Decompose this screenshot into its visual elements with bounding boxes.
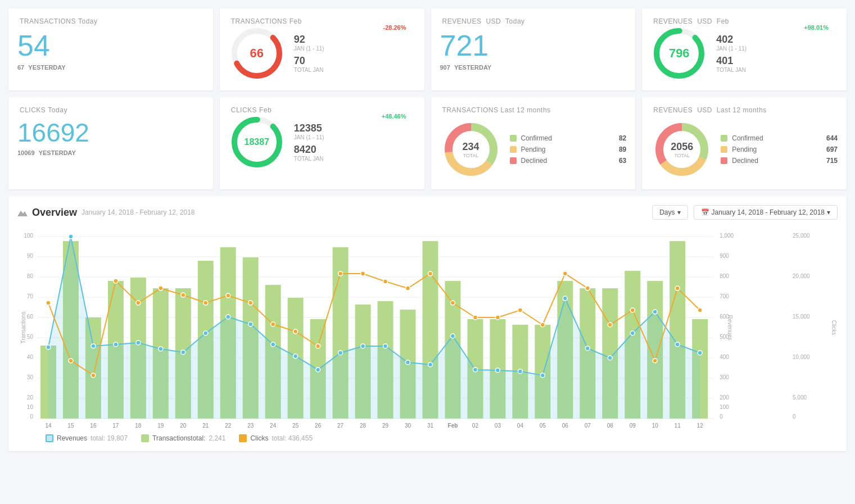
calendar-button[interactable]: 📅 January 14, 2018 - February 12, 2018 ▾ [694, 205, 838, 220]
card-title: TRANSACTIONSLast 12 months [440, 106, 627, 114]
svg-point-141 [563, 271, 567, 276]
svg-text:90: 90 [27, 253, 34, 259]
main-chart-svg: 100 90 80 70 60 50 40 30 20 10 0 Transac… [17, 226, 838, 429]
transactions-feb-card: TRANSACTIONSFeb -28.26% 66 92 [220, 8, 424, 90]
svg-text:10: 10 [652, 423, 659, 429]
svg-text:5,000: 5,000 [793, 394, 807, 401]
svg-text:20: 20 [180, 423, 187, 429]
svg-point-104 [406, 360, 410, 365]
gauge-value: 796 [669, 46, 690, 61]
transactions-legend-item: Transactionstotal: 2,241 [141, 434, 225, 442]
overview-title: Overview January 14, 2018 - February 12,… [17, 207, 195, 219]
svg-text:Revenues: Revenues [727, 315, 733, 340]
svg-point-106 [450, 334, 455, 338]
svg-text:50: 50 [27, 334, 34, 340]
transactions-12m-card: TRANSACTIONSLast 12 months [431, 97, 636, 189]
chart-legend: Revenues total: 19,807 Transactionstotal… [17, 434, 838, 442]
svg-point-101 [338, 351, 343, 355]
overview-section: Overview January 14, 2018 - February 12,… [8, 196, 847, 451]
svg-text:700: 700 [720, 293, 729, 299]
svg-point-100 [316, 367, 320, 372]
card-title: TRANSACTIONSToday [17, 17, 204, 25]
card-title: CLICKSToday [17, 106, 204, 114]
transactions-legend-color [141, 434, 149, 442]
svg-text:03: 03 [495, 423, 501, 429]
svg-point-146 [675, 286, 680, 290]
svg-text:15: 15 [67, 423, 74, 429]
donut-center: 234 TOTAL [462, 141, 479, 158]
gauge-value: 18387 [245, 137, 270, 147]
svg-text:900: 900 [720, 253, 729, 259]
svg-point-127 [248, 301, 253, 305]
donut-section: 234 TOTAL Confirmed 82 Pending 89 [440, 119, 627, 180]
svg-text:31: 31 [427, 423, 434, 429]
svg-text:26: 26 [315, 423, 322, 429]
svg-point-119 [69, 358, 73, 363]
revenues-legend-item: Revenues total: 19,807 [46, 434, 128, 442]
svg-point-125 [203, 301, 208, 305]
svg-text:30: 30 [27, 374, 34, 380]
transactions-legend-total: 2,241 [209, 434, 225, 442]
yesterday-stat: 907 YESTERDAY [440, 64, 627, 71]
svg-text:06: 06 [562, 423, 569, 429]
svg-point-145 [653, 358, 657, 363]
yesterday-stat: 67 YESTERDAY [17, 64, 204, 71]
svg-text:25: 25 [292, 423, 299, 429]
svg-text:12: 12 [697, 423, 704, 429]
svg-point-95 [203, 331, 208, 335]
svg-text:100: 100 [720, 404, 729, 410]
svg-text:16: 16 [90, 423, 97, 429]
svg-text:Clicks: Clicks [831, 320, 837, 335]
big-number: 16692 [17, 119, 204, 147]
big-number: 54 [17, 30, 204, 62]
svg-text:0: 0 [793, 414, 796, 420]
svg-point-110 [540, 373, 545, 378]
svg-text:28: 28 [360, 423, 367, 429]
svg-text:02: 02 [472, 423, 479, 429]
gauge-chart: 18387 [229, 114, 285, 170]
change-badge: +98.01% [800, 23, 832, 32]
days-button[interactable]: Days ▾ [652, 205, 687, 220]
svg-point-132 [361, 271, 365, 276]
svg-text:08: 08 [607, 423, 614, 429]
revenues-today-card: REVENUES USD Today 721 907 YESTERDAY [431, 8, 636, 90]
revenues-12m-card: REVENUES USD Last 12 months [642, 97, 847, 189]
svg-text:21: 21 [202, 423, 209, 429]
gauge-section: 66 92 JAN (1 - 11) 70 TOTAL JAN [229, 25, 415, 81]
mountain-icon [17, 207, 28, 217]
svg-text:200: 200 [720, 394, 729, 401]
confirmed-dot [721, 135, 727, 142]
svg-point-123 [159, 286, 163, 290]
gauge-section: 796 402 JAN (1 - 11) 401 TOTAL JAN [651, 25, 838, 81]
svg-point-135 [428, 271, 432, 276]
svg-point-96 [226, 315, 230, 319]
svg-text:1,000: 1,000 [720, 233, 734, 239]
declined-dot [510, 157, 517, 164]
pending-dot [510, 146, 517, 153]
card-title: REVENUES USD Today [440, 17, 627, 25]
revenues-legend-color [46, 434, 53, 442]
svg-text:23: 23 [247, 423, 254, 429]
svg-text:14: 14 [45, 423, 52, 429]
clicks-today-card: CLICKSToday 16692 10069 YESTERDAY [8, 97, 213, 189]
change-badge: +48.46% [378, 112, 410, 121]
overview-controls: Days ▾ 📅 January 14, 2018 - February 12,… [652, 205, 838, 220]
donut-center: 2056 TOTAL [671, 141, 693, 158]
svg-point-128 [271, 322, 275, 326]
svg-text:19: 19 [157, 423, 164, 429]
svg-point-91 [114, 342, 118, 347]
svg-text:0: 0 [30, 414, 33, 420]
clicks-legend-item: Clicks total: 436,455 [239, 434, 313, 442]
svg-text:60: 60 [27, 314, 34, 320]
svg-text:40: 40 [27, 354, 34, 360]
svg-point-126 [226, 293, 230, 298]
svg-text:04: 04 [517, 423, 524, 429]
transactions-today-card: TRANSACTIONSToday 54 67 YESTERDAY [8, 8, 213, 90]
pending-dot [721, 146, 727, 153]
card-title: REVENUES USD Last 12 months [651, 106, 838, 114]
svg-text:20,000: 20,000 [793, 273, 810, 279]
gauge-chart: 796 [651, 25, 707, 81]
svg-point-93 [159, 347, 163, 351]
svg-point-142 [585, 286, 590, 290]
svg-text:Transactions: Transactions [20, 312, 26, 344]
